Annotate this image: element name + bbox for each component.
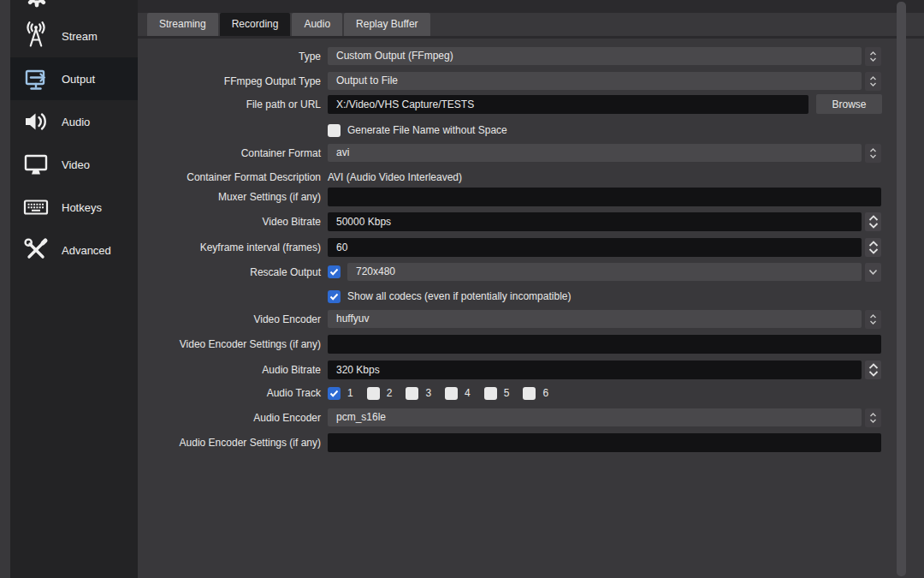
sidebar-nav: Stream Output bbox=[10, 15, 138, 271]
muxer-settings-label: Muxer Settings (if any) bbox=[138, 191, 321, 203]
row-container-format: Container Format avi bbox=[138, 144, 881, 162]
general-gear-icon[interactable] bbox=[21, 0, 53, 12]
audio-encoder-select[interactable]: pcm_s16le bbox=[328, 408, 862, 426]
audio-bitrate-label: Audio Bitrate bbox=[138, 364, 321, 376]
video-bitrate-label: Video Bitrate bbox=[138, 216, 321, 228]
audio-track-6-label: 6 bbox=[542, 387, 548, 399]
advanced-tools-icon bbox=[20, 234, 52, 266]
ffmpeg-output-type-label: FFmpeg Output Type bbox=[138, 75, 321, 87]
row-video-encoder-settings: Video Encoder Settings (if any) bbox=[138, 335, 881, 353]
container-format-select[interactable]: avi bbox=[328, 144, 862, 162]
audio-track-4-label: 4 bbox=[465, 387, 471, 399]
muxer-settings-input[interactable] bbox=[328, 188, 881, 206]
vertical-scrollbar-thumb[interactable] bbox=[897, 2, 906, 576]
show-all-codecs-checkbox[interactable] bbox=[328, 290, 341, 303]
row-audio-bitrate: Audio Bitrate bbox=[138, 361, 881, 378]
generate-filename-label: Generate File Name without Space bbox=[347, 124, 507, 136]
video-bitrate-input[interactable] bbox=[328, 212, 862, 231]
obs-settings-window: Stream Output bbox=[0, 0, 924, 578]
sidebar-item-hotkeys[interactable]: Hotkeys bbox=[10, 186, 138, 229]
rescale-resolution-dropdown-icon[interactable] bbox=[865, 263, 881, 282]
audio-track-label: Audio Track bbox=[138, 387, 321, 399]
audio-track-1-label: 1 bbox=[347, 387, 353, 399]
audio-encoder-spinner-icon[interactable] bbox=[865, 408, 881, 427]
video-encoder-select[interactable]: huffyuv bbox=[328, 310, 862, 328]
audio-speaker-icon bbox=[20, 105, 52, 138]
file-path-input[interactable] bbox=[328, 95, 808, 114]
audio-bitrate-input[interactable] bbox=[328, 361, 862, 379]
video-bitrate-spinner-icon[interactable] bbox=[865, 212, 881, 231]
row-audio-encoder-settings: Audio Encoder Settings (if any) bbox=[138, 433, 881, 451]
row-keyframe-interval: Keyframe interval (frames) bbox=[138, 238, 881, 256]
sidebar-item-label: Advanced bbox=[62, 244, 111, 257]
row-muxer-settings: Muxer Settings (if any) bbox=[138, 188, 881, 206]
stream-antenna-icon bbox=[20, 20, 52, 52]
type-label: Type bbox=[138, 51, 321, 63]
sidebar-item-label: Video bbox=[62, 158, 90, 171]
keyframe-interval-spinner-icon[interactable] bbox=[865, 238, 881, 257]
sidebar-item-advanced[interactable]: Advanced bbox=[10, 229, 138, 271]
ffmpeg-output-type-select[interactable]: Output to File bbox=[328, 72, 862, 90]
sidebar-item-audio[interactable]: Audio bbox=[10, 100, 138, 143]
row-container-format-description: Container Format Description AVI (Audio … bbox=[138, 168, 881, 186]
row-video-encoder: Video Encoder huffyuv bbox=[138, 310, 881, 328]
audio-track-4-checkbox[interactable] bbox=[445, 387, 458, 400]
audio-track-3-checkbox[interactable] bbox=[406, 387, 418, 400]
video-encoder-spinner-icon[interactable] bbox=[865, 310, 881, 329]
row-show-all-codecs: Show all codecs (even if potentially inc… bbox=[138, 289, 881, 303]
container-format-description-label: Container Format Description bbox=[138, 171, 321, 183]
sidebar-item-stream[interactable]: Stream bbox=[10, 15, 138, 57]
row-video-bitrate: Video Bitrate bbox=[138, 212, 881, 230]
sidebar-item-label: Audio bbox=[62, 116, 90, 128]
type-select[interactable]: Custom Output (FFmpeg) bbox=[328, 47, 862, 65]
ffmpeg-output-type-spinner-icon[interactable] bbox=[865, 72, 881, 91]
audio-track-5-checkbox[interactable] bbox=[484, 387, 497, 400]
row-ffmpeg-output-type: FFmpeg Output Type Output to File bbox=[138, 72, 881, 90]
show-all-codecs-label: Show all codecs (even if potentially inc… bbox=[347, 290, 571, 302]
audio-track-5-label: 5 bbox=[504, 387, 510, 399]
row-type: Type Custom Output (FFmpeg) bbox=[138, 47, 881, 65]
audio-track-2-label: 2 bbox=[387, 387, 393, 399]
row-audio-track: Audio Track 1 2 bbox=[138, 386, 881, 400]
audio-encoder-settings-input[interactable] bbox=[328, 433, 881, 452]
audio-track-2-checkbox[interactable] bbox=[367, 387, 380, 400]
audio-track-group: 1 2 3 4 bbox=[328, 387, 548, 400]
sidebar-item-label: Output bbox=[62, 73, 95, 86]
container-format-spinner-icon[interactable] bbox=[865, 144, 881, 163]
rescale-resolution-combobox[interactable]: 720x480 bbox=[347, 263, 862, 281]
hotkeys-keyboard-icon bbox=[20, 191, 52, 223]
row-rescale-output: Rescale Output 720x480 bbox=[138, 263, 881, 281]
sidebar-item-label: Stream bbox=[62, 30, 98, 43]
sidebar-item-output[interactable]: Output bbox=[10, 57, 138, 100]
sidebar-item-label: Hotkeys bbox=[62, 201, 102, 214]
audio-encoder-settings-label: Audio Encoder Settings (if any) bbox=[138, 437, 321, 449]
sidebar-item-video[interactable]: Video bbox=[10, 143, 138, 186]
video-encoder-label: Video Encoder bbox=[138, 313, 321, 325]
audio-bitrate-spinner-icon[interactable] bbox=[865, 361, 881, 379]
output-settings-panel: Streaming Recording Audio Replay Buffer … bbox=[138, 0, 924, 578]
audio-track-6-checkbox[interactable] bbox=[523, 387, 536, 400]
output-monitor-arrow-icon bbox=[20, 63, 52, 95]
keyframe-interval-label: Keyframe interval (frames) bbox=[138, 241, 321, 253]
audio-track-3-label: 3 bbox=[425, 387, 431, 399]
recording-settings-form: Type Custom Output (FFmpeg) FFmpeg Outpu… bbox=[138, 0, 881, 578]
audio-track-1-checkbox[interactable] bbox=[328, 387, 341, 400]
row-file-path: File path or URL Browse bbox=[138, 95, 881, 113]
keyframe-interval-input[interactable] bbox=[328, 238, 862, 257]
container-format-description-value: AVI (Audio Video Interleaved) bbox=[328, 171, 462, 183]
video-encoder-settings-input[interactable] bbox=[328, 335, 881, 354]
settings-sidebar: Stream Output bbox=[10, 0, 138, 578]
browse-button[interactable]: Browse bbox=[816, 94, 882, 114]
rescale-output-label: Rescale Output bbox=[138, 266, 321, 278]
video-monitor-icon bbox=[20, 148, 52, 181]
rescale-output-checkbox[interactable] bbox=[328, 265, 341, 278]
audio-encoder-label: Audio Encoder bbox=[138, 412, 321, 424]
video-encoder-settings-label: Video Encoder Settings (if any) bbox=[138, 338, 321, 350]
generate-filename-checkbox[interactable] bbox=[328, 124, 341, 137]
row-generate-filename: Generate File Name without Space bbox=[138, 123, 881, 137]
row-audio-encoder: Audio Encoder pcm_s16le bbox=[138, 408, 881, 426]
file-path-label: File path or URL bbox=[138, 98, 321, 110]
type-select-spinner-icon[interactable] bbox=[865, 47, 881, 66]
container-format-label: Container Format bbox=[138, 147, 321, 159]
